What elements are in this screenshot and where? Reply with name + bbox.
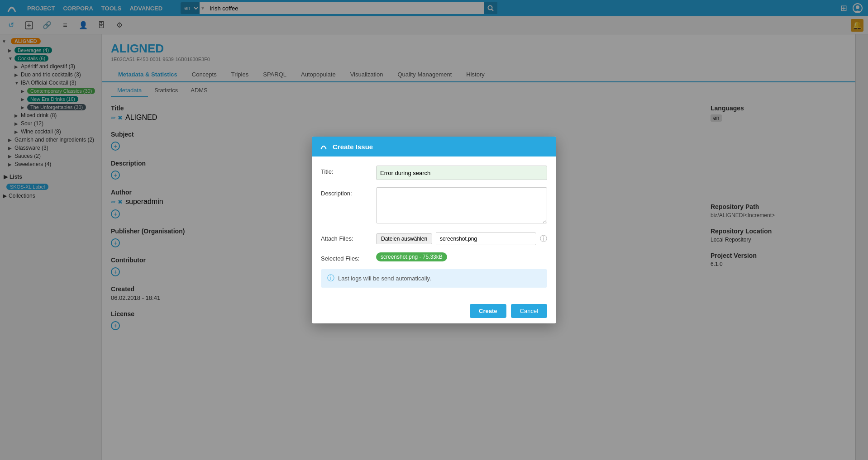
modal-logo-icon [319, 142, 328, 151]
modal-description-input-wrapper [376, 187, 547, 225]
modal-attach-input-wrapper: Dateien auswählen screenshot.png ⓘ [376, 232, 547, 245]
info-banner: ⓘ Last logs will be send automatically. [321, 269, 547, 288]
modal-description-label: Description: [321, 187, 371, 197]
modal-body: Title: Description: Attach Files: Dateie… [312, 156, 556, 299]
modal-selected-files-field: Selected Files: screenshot.png - 75.33kB [321, 252, 547, 262]
modal-footer: Create Cancel [312, 299, 556, 323]
selected-file-tag: screenshot.png - 75.33kB [376, 252, 447, 261]
modal-title-input[interactable] [376, 166, 547, 180]
info-banner-icon: ⓘ [327, 274, 334, 283]
modal-title-field: Title: [321, 166, 547, 180]
modal-description-field: Description: [321, 187, 547, 225]
file-name-display: screenshot.png [436, 232, 536, 245]
modal-selected-input-wrapper: screenshot.png - 75.33kB [376, 252, 547, 261]
info-banner-text: Last logs will be send automatically. [338, 275, 431, 282]
choose-files-button[interactable]: Dateien auswählen [376, 233, 432, 244]
modal-header: Create Issue [312, 137, 556, 156]
modal-attach-label: Attach Files: [321, 232, 371, 242]
modal-selected-label: Selected Files: [321, 252, 371, 262]
create-issue-modal: Create Issue Title: Description: Attach … [312, 137, 556, 323]
modal-attach-field: Attach Files: Dateien auswählen screensh… [321, 232, 547, 245]
modal-description-textarea[interactable] [376, 187, 547, 223]
modal-title-input-wrapper [376, 166, 547, 180]
modal-overlay: Create Issue Title: Description: Attach … [0, 0, 868, 460]
cancel-button[interactable]: Cancel [511, 304, 547, 318]
file-attach-row: Dateien auswählen screenshot.png ⓘ [376, 232, 547, 245]
create-button[interactable]: Create [470, 304, 506, 318]
modal-title-label: Title: [321, 166, 371, 175]
modal-title: Create Issue [333, 143, 373, 151]
file-info-icon[interactable]: ⓘ [540, 234, 547, 244]
